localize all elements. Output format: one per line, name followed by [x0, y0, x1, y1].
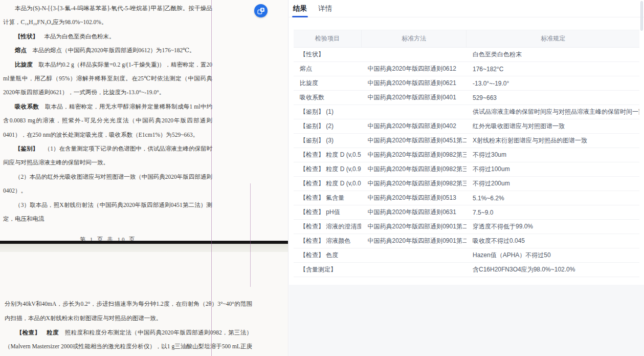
spec-cell: 含C16H20FN3O4应为98.0%~102.0%: [467, 263, 639, 277]
paragraph-body: 本品为(S)-N-[{3-[3-氟-4-吗啉基苯基]-氧代-5-唑烷基}甲基]乙…: [3, 5, 212, 25]
method-cell: 中国药典2020年版四部通则0451第二法: [361, 134, 467, 148]
test-item-cell: 【鉴别】 (3): [294, 134, 361, 148]
spec-cell: 5.1%~6.2%: [467, 191, 639, 205]
tab-results[interactable]: 结果: [292, 0, 308, 17]
test-item-cell: 【检查】 粒度 D (v,0.9): [294, 162, 361, 177]
table-row: 【性状】白色至类白色粉末: [294, 48, 639, 62]
tab-details[interactable]: 详情: [317, 0, 333, 17]
test-item-cell: 熔点: [294, 62, 361, 76]
test-item-cell: 【性状】: [294, 48, 361, 62]
doc-paragraph: 【鉴别】 （1）在含量测定项下记录的色谱图中，供试品溶液主峰的保留时间应与对照品…: [3, 142, 212, 170]
doc-paragraph: 本品为(S)-N-[{3-[3-氟-4-吗啉基苯基]-氧代-5-唑烷基}甲基]乙…: [3, 2, 212, 30]
spec-cell: 吸收度不得过0.045: [467, 234, 639, 248]
paragraph-head: 【检查】 粒度: [16, 329, 65, 336]
column-header-standard-method: 标准方法: [361, 30, 467, 48]
document-page-1-text: 本品为(S)-N-[{3-[3-氟-4-吗啉基苯基]-氧代-5-唑烷基}甲基]乙…: [0, 0, 288, 241]
method-cell: [361, 48, 467, 62]
table-row: 【检查】 溶液的澄清度中国药典2020年版四部通则0901第二法穿透度不得低于9…: [294, 220, 639, 234]
method-cell: 中国药典2020年版四部通则0631: [361, 205, 467, 220]
table-row: 【鉴别】 (2)中国药典2020年版四部通则0402红外光吸收图谱应与对照图谱一…: [294, 119, 639, 134]
table-row: 【检查】 粒度 D (v,0.5)中国药典2020年版四部通则0982第三法不得…: [294, 148, 639, 162]
paragraph-head: 熔点: [15, 47, 33, 53]
test-item-cell: 【检查】 pH值: [294, 205, 361, 220]
table-header-row: 检验项目 标准方法 标准规定: [294, 30, 639, 48]
test-item-cell: 【检查】 粒度 D (v,0.09): [294, 177, 361, 191]
paragraph-body: （2）本品的红外光吸收图谱应与对照图谱一致（中国药典2020年版四部通则0402…: [3, 174, 212, 194]
table-row: 比旋度中国药典2020年版四部通则0621-13.0°~-19.0°: [294, 76, 639, 91]
test-item-cell: 【检查】 溶液的澄清度: [294, 220, 361, 234]
document-page-2-text: 分别为40kV和40mA，步长为0.2°，步进扫描速率为每分钟1.2度，在衍射角…: [0, 252, 288, 356]
panel-empty-area: [289, 285, 644, 356]
table-row: 【含量测定】含C16H20FN3O4应为98.0%~102.0%: [294, 263, 639, 277]
table-row: 吸收系数中国药典2020年版四部通则0401529~663: [294, 91, 639, 105]
method-cell: [361, 105, 467, 119]
scrollbar-thumb[interactable]: [640, 1, 643, 31]
test-item-cell: 【鉴别】 (2): [294, 119, 361, 134]
spec-cell: 7.5~9.0: [467, 205, 639, 220]
annotation-line-vertical: [211, 0, 212, 356]
results-table-container[interactable]: 检验项目 标准方法 标准规定 【性状】白色至类白色粉末 熔点中国药典2020年版…: [294, 30, 639, 277]
doc-paragraph: （3）取本品，照X射线衍射法（中国药典2020年版四部通则0451第二法）测定，…: [3, 198, 212, 226]
column-header-standard-spec: 标准规定: [467, 30, 639, 48]
tab-bar: 结果 详情: [288, 0, 644, 17]
method-cell: 中国药典2020年版四部通则0612: [361, 62, 467, 76]
table-row: 【检查】 pH值中国药典2020年版四部通则06317.5~9.0: [294, 205, 639, 220]
test-item-cell: 【检查】 粒度 D (v,0.5): [294, 148, 361, 162]
table-row: 【检查】 溶液颜色中国药典2020年版四部通则0901第二法吸收度不得过0.04…: [294, 234, 639, 248]
page-break-gap: [0, 244, 288, 252]
annotation-line-vertical-short: [250, 183, 251, 287]
doc-paragraph: 比旋度 取本品约0.2 g（样品实际量=0.2 g/(1-干燥失重)），精密称定…: [3, 58, 212, 100]
column-header-test-item: 检验项目: [294, 30, 361, 48]
table-row: 【检查】 氟含量中国药典2020年版四部通则05135.1%~6.2%: [294, 191, 639, 205]
floating-translate-button[interactable]: [254, 4, 268, 17]
table-row: 熔点中国药典2020年版四部通则0612176~182°C: [294, 62, 639, 76]
test-item-cell: 【含量测定】: [294, 263, 361, 277]
method-cell: 中国药典2020年版四部通则0982第三法: [361, 148, 467, 162]
table-row: 【鉴别】 (3)中国药典2020年版四部通则0451第二法X射线粉末衍射图谱应与…: [294, 134, 639, 148]
paragraph-head: 【性状】: [15, 33, 45, 39]
spec-cell: 供试品溶液主峰的保留时间应与对照品溶液主峰的保留时间一致: [467, 105, 639, 119]
test-item-cell: 吸收系数: [294, 91, 361, 105]
spec-cell: 不得过200um: [467, 177, 639, 191]
paragraph-head: 吸收系数: [15, 103, 45, 110]
spec-cell: -13.0°~-19.0°: [467, 76, 639, 91]
method-cell: 中国药典2020年版四部通则0901第二法: [361, 234, 467, 248]
spec-cell: 不得过100um: [467, 162, 639, 177]
doc-paragraph: 吸收系数 取本品，精密称定，用无水甲醇溶解并定量稀释制成每1 ml中约含0.00…: [3, 100, 212, 142]
method-cell: 中国药典2020年版四部通则0513: [361, 191, 467, 205]
method-cell: [361, 248, 467, 263]
spec-cell: 红外光吸收图谱应与对照图谱一致: [467, 119, 639, 134]
method-cell: 中国药典2020年版四部通则0982第三法: [361, 177, 467, 191]
doc-paragraph: 熔点 本品的熔点（中国药典2020年版四部通则0612）为176~182℃。: [3, 44, 212, 57]
document-pane[interactable]: 本品为(S)-N-[{3-[3-氟-4-吗啉基苯基]-氧代-5-唑烷基}甲基]乙…: [0, 0, 288, 356]
document-page-2: 分别为40kV和40mA，步长为0.2°，步进扫描速率为每分钟1.2度，在衍射角…: [0, 252, 288, 356]
spec-cell: 穿透度不得低于99.0%: [467, 220, 639, 234]
method-cell: 中国药典2020年版四部通则0621: [361, 76, 467, 91]
doc-paragraph: 分别为40kV和40mA，步长为0.2°，步进扫描速率为每分钟1.2度，在衍射角…: [5, 297, 252, 326]
results-panel: 结果 详情 检验项目 标准方法 标准规定 【性状】白色至类白色粉末 熔点中国药典…: [288, 0, 644, 356]
paragraph-body: 分别为40kV和40mA，步长为0.2°，步进扫描速率为每分钟1.2度，在衍射角…: [5, 301, 252, 321]
document-page-1: 本品为(S)-N-[{3-[3-氟-4-吗啉基苯基]-氧代-5-唑烷基}甲基]乙…: [0, 0, 288, 241]
doc-paragraph: （2）本品的红外光吸收图谱应与对照图谱一致（中国药典2020年版四部通则0402…: [3, 170, 212, 198]
method-cell: [361, 263, 467, 277]
table-row: 【检查】 粒度 D (v,0.9)中国药典2020年版四部通则0982第三法不得…: [294, 162, 639, 177]
doc-paragraph: 【检查】 粒度 照粒度和粒度分布测定法（中国药典2020年版四部通则0982，第…: [5, 326, 252, 356]
spec-cell: X射线粉末衍射图谱应与对照品的图谱一致: [467, 134, 639, 148]
translate-icon: [257, 7, 265, 15]
paragraph-body: （3）取本品，照X射线衍射法（中国药典2020年版四部通则0451第二法）测定，…: [3, 202, 212, 222]
test-item-cell: 比旋度: [294, 76, 361, 91]
page-number-footer: 第 1 页 共 10 页: [3, 233, 213, 241]
paragraph-head: 比旋度: [15, 61, 38, 68]
spec-cell: 白色至类白色粉末: [467, 48, 639, 62]
table-row: 【鉴别】 (1)供试品溶液主峰的保留时间应与对照品溶液主峰的保留时间一致: [294, 105, 639, 119]
test-item-cell: 【鉴别】 (1): [294, 105, 361, 119]
method-cell: 中国药典2020年版四部通则0401: [361, 91, 467, 105]
test-item-cell: 【检查】 色度: [294, 248, 361, 263]
table-row: 【检查】 色度Hazen值（APHA）不得过50: [294, 248, 639, 263]
spec-cell: 176~182°C: [467, 62, 639, 76]
doc-paragraph: 【性状】 本品为白色至类白色粉末。: [3, 30, 212, 44]
results-table: 检验项目 标准方法 标准规定 【性状】白色至类白色粉末 熔点中国药典2020年版…: [294, 30, 639, 277]
method-cell: 中国药典2020年版四部通则0982第三法: [361, 162, 467, 177]
method-cell: 中国药典2020年版四部通则0402: [361, 119, 467, 134]
paragraph-body: 本品的熔点（中国药典2020年版四部通则0612）为176~182℃。: [33, 47, 195, 53]
